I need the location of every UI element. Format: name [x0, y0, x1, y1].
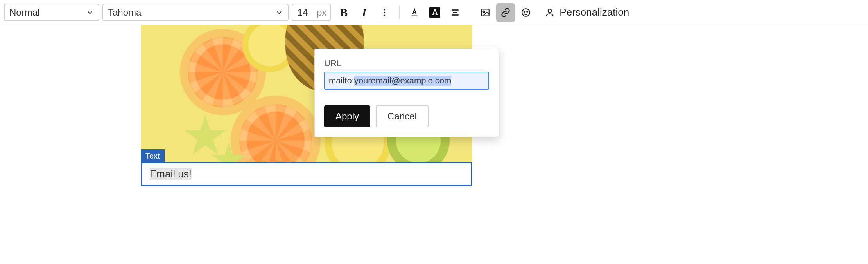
- svg-point-1: [384, 11, 385, 13]
- cancel-button[interactable]: Cancel: [376, 105, 429, 127]
- text-block[interactable]: Text Email us!: [141, 162, 472, 186]
- italic-icon: I: [362, 6, 367, 19]
- cancel-button-label: Cancel: [387, 111, 417, 122]
- paragraph-style-select[interactable]: Normal: [4, 4, 99, 21]
- bold-button[interactable]: B: [334, 3, 353, 22]
- chevron-down-icon: [275, 9, 283, 16]
- text-block-tab: Text: [141, 149, 165, 163]
- svg-point-10: [527, 11, 528, 12]
- chevron-down-icon: [86, 9, 94, 16]
- kebab-icon: [379, 7, 389, 18]
- background-color-button[interactable]: A: [425, 3, 444, 22]
- font-size-unit: px: [313, 7, 330, 18]
- svg-point-0: [384, 9, 385, 10]
- selected-text: Email us!: [150, 168, 192, 180]
- image-icon: [480, 7, 490, 18]
- align-icon: [450, 7, 460, 18]
- more-format-button[interactable]: [375, 3, 394, 22]
- url-selected-text: youremail@example.com: [354, 76, 452, 86]
- apply-button-label: Apply: [335, 111, 359, 122]
- apply-button[interactable]: Apply: [324, 105, 370, 127]
- text-color-button[interactable]: [405, 3, 424, 22]
- editor-canvas: Text Email us! URL mailto:youremail@exam…: [0, 25, 868, 264]
- italic-button[interactable]: I: [355, 3, 373, 22]
- person-icon: [545, 7, 555, 18]
- image-button[interactable]: [476, 3, 495, 22]
- svg-point-9: [524, 11, 525, 12]
- toolbar-divider: [399, 6, 400, 19]
- url-field-label: URL: [324, 58, 489, 69]
- personalization-button[interactable]: Personalization: [538, 6, 635, 18]
- align-button[interactable]: [446, 3, 464, 22]
- font-family-select[interactable]: Tahoma: [102, 4, 289, 21]
- font-size-stepper[interactable]: px: [292, 4, 331, 21]
- emoji-icon: [521, 7, 531, 18]
- link-button[interactable]: [496, 3, 515, 22]
- svg-point-11: [548, 9, 552, 13]
- popover-button-row: Apply Cancel: [324, 105, 489, 127]
- text-block-content[interactable]: Email us!: [150, 168, 463, 180]
- background-color-icon: A: [429, 7, 440, 18]
- color-group: A: [405, 3, 464, 22]
- emoji-button[interactable]: [516, 3, 535, 22]
- svg-point-8: [522, 9, 530, 16]
- text-color-icon: [409, 7, 420, 18]
- link-popover: URL mailto:youremail@example.com Apply C…: [314, 49, 499, 137]
- svg-point-2: [384, 14, 385, 16]
- font-size-input[interactable]: [292, 7, 313, 18]
- url-input[interactable]: mailto:youremail@example.com: [324, 72, 489, 90]
- svg-point-7: [483, 11, 485, 12]
- decorative-fruit: [184, 115, 227, 158]
- paragraph-style-value: Normal: [9, 7, 39, 18]
- editor-toolbar: Normal Tahoma px B I A: [0, 0, 868, 25]
- bold-icon: B: [340, 6, 348, 19]
- text-format-group: B I: [334, 3, 394, 22]
- personalization-label: Personalization: [560, 6, 629, 18]
- link-icon: [500, 7, 511, 18]
- insert-group: [476, 3, 535, 22]
- toolbar-divider: [470, 6, 470, 19]
- url-prefix: mailto:: [329, 76, 354, 86]
- font-family-value: Tahoma: [108, 7, 141, 18]
